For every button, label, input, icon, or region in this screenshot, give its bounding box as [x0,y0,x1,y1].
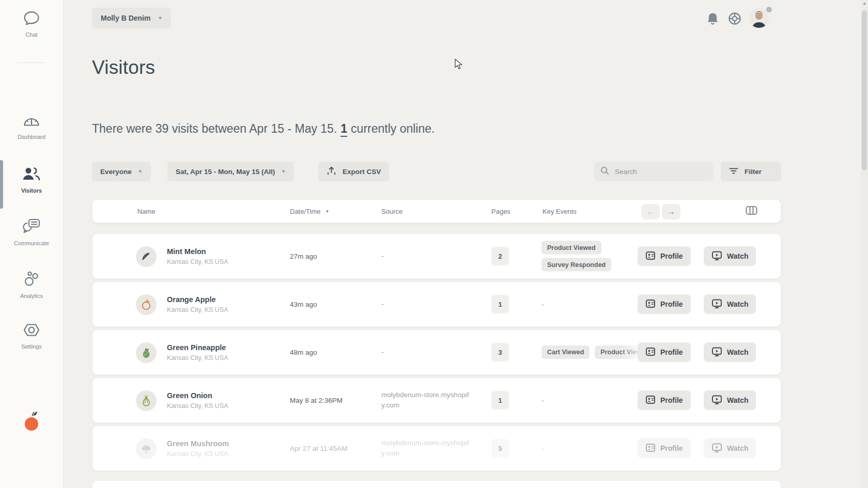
profile-button[interactable]: Profile [638,438,691,458]
watch-monitor-icon [711,347,722,358]
columns-icon [746,209,757,217]
visitor-source: molybdenum-store.myshopify.com [381,438,472,459]
visitor-location: Kansas City, KS USA [167,258,228,265]
sidebar-item-communicate[interactable]: Communicate [0,218,63,246]
chevron-down-icon: ▼ [158,15,162,21]
help-lifebuoy-icon[interactable] [727,11,742,28]
sidebar-item-analytics[interactable]: Analytics [0,271,63,299]
audience-filter-dropdown[interactable]: Everyone ▼ [92,162,151,181]
date-range-label: Sat, Apr 15 - Mon, May 15 (All) [176,168,275,176]
watch-button[interactable]: Watch [704,390,756,410]
profile-card-icon [645,395,656,406]
visits-summary: There were 39 visits between Apr 15 - Ma… [92,122,435,136]
watch-button[interactable]: Watch [704,246,756,266]
filter-icon [729,167,738,176]
table-row[interactable]: Green Mushroom Kansas City, KS USA Apr 2… [92,426,781,471]
visitor-datetime: 48m ago [290,349,317,356]
sidebar-item-label: Visitors [21,187,42,194]
online-count: 1 [340,122,347,137]
chevron-down-icon: ▼ [281,169,286,174]
communicate-icon [22,218,41,237]
table-row[interactable]: Green Onion Kansas City, KS USA May 8 at… [92,377,781,423]
table-row-partial[interactable] [92,480,781,488]
visitor-location: Kansas City, KS USA [167,306,228,313]
key-events-cell: - [541,445,544,452]
scrollbar-thumb[interactable] [862,10,867,170]
visitor-name: Orange Apple [167,295,228,304]
sidebar-item-dashboard[interactable]: Dashboard [0,113,63,140]
logo-orange-icon [25,417,38,431]
profile-button[interactable]: Profile [638,390,691,410]
table-row[interactable]: Orange Apple Kansas City, KS USA 43m ago… [92,281,781,327]
table-row[interactable]: Mint Melon Kansas City, KS USA 27m ago -… [92,233,781,279]
watch-button-label: Watch [727,444,748,452]
page-next-button[interactable]: → [662,204,680,219]
sidebar-item-visitors[interactable]: Visitors [0,166,63,194]
sidebar-item-chat[interactable]: Chat [0,10,63,38]
filter-button[interactable]: Filter [721,162,781,181]
watch-monitor-icon [711,443,722,454]
watch-button[interactable]: Watch [704,342,756,362]
analytics-icon [23,271,40,289]
profile-button[interactable]: Profile [638,246,691,266]
account-selector[interactable]: Molly B Denim ▼ [92,8,171,28]
visitor-name: Green Onion [167,391,228,400]
visitor-datetime: 27m ago [290,253,317,260]
profile-card-icon [645,298,656,310]
table-row[interactable]: Green Pineapple Kansas City, KS USA 48m … [92,329,781,375]
export-csv-button[interactable]: Export CSV [318,162,389,181]
search-input[interactable] [614,167,704,176]
column-header-name: Name [137,208,156,215]
watch-monitor-icon [711,395,722,406]
profile-button-label: Profile [660,252,683,260]
row-content: Mint Melon Kansas City, KS USA 27m ago -… [92,234,781,278]
profile-button[interactable]: Profile [638,342,691,362]
watch-button[interactable]: Watch [704,294,756,314]
profile-card-icon [645,347,656,358]
visitor-location: Kansas City, KS USA [167,450,229,458]
dashboard-icon [22,113,41,130]
row-content: Orange Apple Kansas City, KS USA 43m ago… [92,282,781,326]
watch-button-label: Watch [727,348,748,356]
visitor-name-cell: Orange Apple Kansas City, KS USA [167,295,228,313]
chat-icon [23,10,40,28]
visitor-datetime: May 8 at 2:36PM [290,397,343,404]
profile-button-label: Profile [660,444,683,452]
vertical-scrollbar[interactable]: ▲ [861,0,868,488]
column-settings-button[interactable] [745,205,758,218]
visitor-pages-badge: 5 [491,439,509,458]
visitor-source: - [381,347,472,357]
watch-button[interactable]: Watch [704,438,756,458]
key-events-cell: - [541,301,544,308]
watch-monitor-icon [711,250,722,262]
user-avatar[interactable] [749,8,769,28]
sort-desc-icon: ▼ [325,209,329,214]
profile-button-label: Profile [660,300,683,308]
visitors-icon [22,166,41,184]
sidebar-item-label: Dashboard [18,134,45,140]
table-header: Name Date/Time ▼ Source Pages Key Events… [92,199,781,223]
date-range-dropdown[interactable]: Sat, Apr 15 - Mon, May 15 (All) ▼ [167,162,294,181]
watch-monitor-icon [711,298,722,310]
profile-card-icon [645,443,656,454]
row-content: Green Pineapple Kansas City, KS USA 48m … [92,330,781,374]
page-previous-button[interactable]: ← [641,204,660,219]
avatar-status-dot [766,7,772,12]
visitor-source: - [381,299,472,309]
brand-logo[interactable] [22,408,42,433]
watch-button-label: Watch [727,300,748,308]
notifications-bell-icon[interactable] [706,12,720,28]
visitor-datetime: Apr 27 at 11:45AM [290,445,348,452]
sidebar-item-label: Communicate [14,240,49,246]
summary-prefix: There were 39 visits between Apr 15 - Ma… [92,122,337,135]
visitor-name: Green Mushroom [167,439,229,448]
visitor-source: - [381,251,472,261]
visitor-name: Green Pineapple [167,343,228,352]
profile-button[interactable]: Profile [638,294,691,314]
summary-suffix: currently online. [351,122,435,135]
column-header-datetime[interactable]: Date/Time ▼ [290,208,329,215]
visitor-pages-badge: 2 [491,247,509,265]
sidebar-item-settings[interactable]: Settings [0,322,63,350]
scroll-up-icon[interactable]: ▲ [861,1,868,6]
mushroom-avatar-icon [141,443,152,454]
